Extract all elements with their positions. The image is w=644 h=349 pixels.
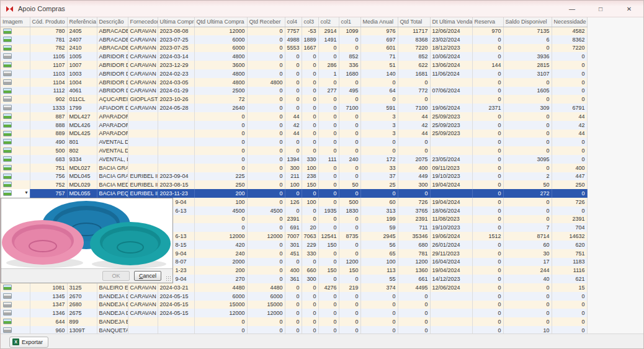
- cell-duv[interactable]: 19/06/2024: [430, 104, 472, 112]
- cell-c3[interactable]: 0: [302, 301, 318, 309]
- cell-c1[interactable]: 0: [339, 249, 360, 258]
- cell-duv[interactable]: 23/05/2024: [430, 155, 472, 164]
- cell-cod[interactable]: 780: [30, 27, 67, 35]
- cell-qt[interactable]: 35346: [398, 232, 430, 241]
- column-header-cod[interactable]: Cód. Produto: [30, 17, 67, 27]
- cell-c3[interactable]: 0: [302, 309, 318, 317]
- cell-c4[interactable]: 0: [285, 95, 302, 104]
- minimize-button[interactable]: —: [558, 1, 586, 17]
- cell-c1[interactable]: 0: [339, 95, 360, 104]
- cell-uc[interactable]: 2024-01-29: [158, 87, 194, 95]
- cell-duv[interactable]: [430, 146, 472, 155]
- cell-c3[interactable]: 300: [302, 275, 318, 283]
- cell-quc[interactable]: 12000: [194, 309, 247, 317]
- column-header-c4[interactable]: col4: [285, 17, 302, 27]
- cell-qr[interactable]: 0: [247, 189, 285, 198]
- cell-res[interactable]: 0: [472, 35, 503, 44]
- cell-ref[interactable]: MDL045: [67, 172, 97, 181]
- cell-ref[interactable]: 1005: [67, 52, 97, 61]
- cell-qr[interactable]: 0: [247, 112, 285, 121]
- cell-ref[interactable]: 2405: [67, 27, 97, 35]
- cell-cod[interactable]: 887: [30, 112, 67, 121]
- cell-uc[interactable]: 2024-02-23: [158, 69, 194, 78]
- cell-res[interactable]: 0: [472, 241, 503, 249]
- cell-quc[interactable]: 100: [194, 198, 247, 206]
- cell-qr[interactable]: 0: [247, 130, 285, 138]
- table-row[interactable]: 7802405ABRACADEIICARAVAN E2023-08-081200…: [1, 27, 587, 35]
- cell-res[interactable]: 0: [472, 172, 503, 181]
- cell-ma[interactable]: 0: [360, 317, 398, 326]
- cell-nec[interactable]: 0: [552, 292, 587, 301]
- cell-c1[interactable]: 0: [339, 138, 360, 146]
- cell-c3[interactable]: 0: [302, 258, 318, 267]
- cell-qr[interactable]: 0: [247, 52, 285, 61]
- cell-ma[interactable]: 976: [360, 27, 398, 35]
- cell-nec[interactable]: 0: [552, 52, 587, 61]
- cell-qt[interactable]: 726: [398, 198, 430, 206]
- cell-nec[interactable]: 0: [552, 317, 587, 326]
- cell-duv[interactable]: 18/06/2024: [430, 206, 472, 215]
- cell-duv[interactable]: 16/04/2024: [430, 258, 472, 267]
- cell-res[interactable]: 0: [472, 155, 503, 164]
- table-row[interactable]: 751MDL027BACIA GRAN00300100003340009/11/…: [1, 164, 587, 172]
- cell-c3[interactable]: 0: [302, 78, 318, 87]
- cell-c2[interactable]: 0: [318, 258, 339, 267]
- cell-res[interactable]: 0: [472, 52, 503, 61]
- cell-res[interactable]: 2371: [472, 104, 503, 112]
- cell-uc[interactable]: 2024-03-21: [158, 283, 194, 292]
- cell-img[interactable]: [1, 104, 30, 112]
- table-row[interactable]: 11071007ABRIDOR DECARAVAN E2023-12-29360…: [1, 61, 587, 69]
- cell-duv[interactable]: [430, 326, 472, 334]
- cell-res[interactable]: 0: [472, 69, 503, 78]
- cell-qt[interactable]: 0: [398, 78, 430, 87]
- cell-c3[interactable]: 0: [302, 326, 318, 334]
- cell-c2[interactable]: 0: [318, 317, 339, 326]
- cell-c2[interactable]: 0: [318, 326, 339, 334]
- cell-uc[interactable]: [158, 138, 194, 146]
- cell-c3[interactable]: 0: [302, 206, 318, 215]
- cell-c1[interactable]: 1830: [339, 206, 360, 215]
- cell-ma[interactable]: 0: [360, 189, 398, 198]
- cell-saldo[interactable]: 309: [503, 104, 552, 112]
- cell-c1[interactable]: 336: [339, 61, 360, 69]
- cell-duv[interactable]: 19/04/2024: [430, 180, 472, 189]
- cell-c1[interactable]: 0: [339, 164, 360, 172]
- cell-qr[interactable]: 0: [247, 317, 285, 326]
- cell-c4[interactable]: 44: [285, 130, 302, 138]
- cell-saldo[interactable]: 0: [503, 138, 552, 146]
- cell-desc[interactable]: BANDEJA DE: [97, 309, 128, 317]
- cell-quc[interactable]: 6000: [194, 35, 247, 44]
- column-header-uc[interactable]: Ultima Compra: [158, 17, 194, 27]
- cell-img[interactable]: [1, 180, 30, 189]
- cell-quc[interactable]: 420: [194, 241, 247, 249]
- cell-uc[interactable]: 2023-11-23: [158, 189, 194, 198]
- cell-desc[interactable]: ABRIDOR DE: [97, 78, 128, 87]
- cell-nec[interactable]: 44: [552, 130, 587, 138]
- cell-ma[interactable]: 3: [360, 121, 398, 130]
- cell-c3[interactable]: 0: [302, 104, 318, 112]
- cell-nec[interactable]: 15: [552, 283, 587, 292]
- cell-img[interactable]: ▾: [1, 189, 30, 198]
- cell-forn[interactable]: [128, 317, 158, 326]
- cell-c2[interactable]: 0: [318, 309, 339, 317]
- cell-cod[interactable]: 1345: [30, 292, 67, 301]
- cell-qr[interactable]: 0: [247, 104, 285, 112]
- cell-qt[interactable]: 661: [398, 275, 430, 283]
- export-button[interactable]: X Exportar: [9, 337, 48, 348]
- cell-ref[interactable]: 2410: [67, 44, 97, 53]
- cell-duv[interactable]: [430, 301, 472, 309]
- cell-nec[interactable]: 7220: [552, 44, 587, 53]
- cell-duv[interactable]: 11/08/2023: [430, 215, 472, 224]
- cell-ma[interactable]: 25: [360, 180, 398, 189]
- cell-nec[interactable]: 0: [552, 95, 587, 104]
- cell-duv[interactable]: 25/09/2023: [430, 121, 472, 130]
- cell-res[interactable]: 0: [472, 146, 503, 155]
- cell-qt[interactable]: 400: [398, 164, 430, 172]
- column-header-duv[interactable]: Dt Ultima Venda: [430, 17, 472, 27]
- cell-ma[interactable]: 113: [360, 266, 398, 275]
- cell-cod[interactable]: 757: [30, 189, 67, 198]
- cell-desc[interactable]: AVENTAL, LI: [97, 155, 128, 164]
- cell-quc[interactable]: 0: [194, 130, 247, 138]
- cell-ref[interactable]: 1007: [67, 61, 97, 69]
- cell-c1[interactable]: 1099: [339, 27, 360, 35]
